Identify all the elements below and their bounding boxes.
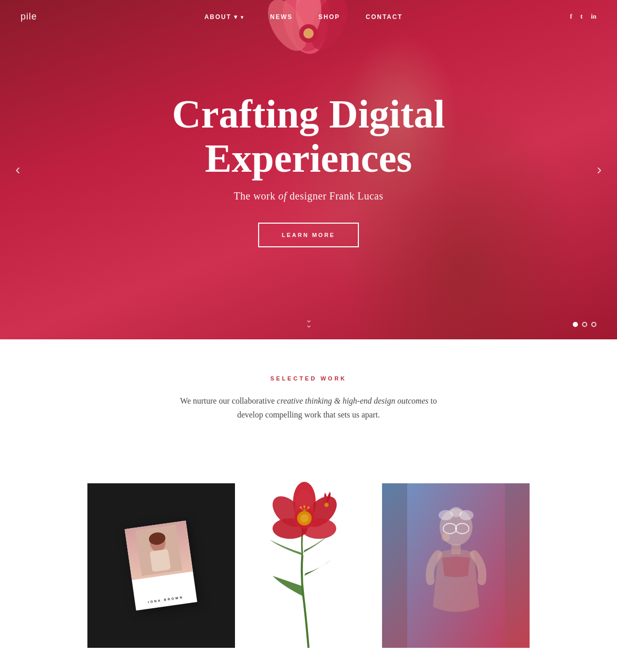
section-description: We nurture our collaborative creative th… <box>175 394 442 422</box>
nav-item-about[interactable]: ABOUT ▾ <box>204 12 244 21</box>
section-label: SELECTED WORK <box>21 375 596 382</box>
book-mockup: IONA BROWN <box>125 521 197 611</box>
nav-link-shop[interactable]: SHOP <box>318 13 340 21</box>
portfolio-item-woman[interactable] <box>382 483 530 648</box>
nav-item-shop[interactable]: SHOP <box>318 12 340 21</box>
svg-point-19 <box>300 514 308 522</box>
svg-point-25 <box>303 505 305 507</box>
hero-title: Crafting Digital Experiences <box>129 92 488 180</box>
desc-italic: creative thinking & high-end design outc… <box>277 396 428 405</box>
book-cover <box>125 521 193 580</box>
facebook-icon[interactable]: f <box>570 12 572 21</box>
nav-link-about[interactable]: ABOUT ▾ <box>204 13 244 21</box>
svg-point-36 <box>442 533 450 541</box>
hero-dot-2[interactable] <box>582 322 587 327</box>
woman-figure <box>382 483 530 648</box>
hero-subtitle-plain: The work <box>234 190 279 202</box>
selected-work-section: SELECTED WORK We nurture our collaborati… <box>0 339 617 668</box>
svg-point-31 <box>459 510 474 520</box>
hero-subtitle: The work of designer Frank Lucas <box>129 190 488 202</box>
nav-item-contact[interactable]: CONTACT <box>366 12 403 21</box>
portfolio-grid: IONA BROWN <box>87 452 530 648</box>
brand-logo[interactable]: pile <box>21 11 37 22</box>
hero-content: Crafting Digital Experiences The work of… <box>118 92 499 248</box>
svg-rect-9 <box>150 549 171 572</box>
hero-prev-button[interactable]: ‹ <box>10 156 25 183</box>
social-links: f t in <box>570 12 596 21</box>
hero-subtitle-italic: of <box>278 190 287 202</box>
hero-dot-3[interactable] <box>591 322 596 327</box>
scroll-indicator[interactable]: ⌄ ⌄ <box>305 316 312 329</box>
svg-point-23 <box>307 506 310 508</box>
learn-more-button[interactable]: LEARN MORE <box>258 223 359 247</box>
nav-link-news[interactable]: NEWS <box>270 13 293 21</box>
nav-links: ABOUT ▾ NEWS SHOP CONTACT <box>204 12 403 21</box>
hero-dots <box>573 322 596 327</box>
portfolio-item-flower[interactable] <box>235 452 383 648</box>
main-nav: pile ABOUT ▾ NEWS SHOP CONTACT f t in <box>0 0 617 33</box>
flower-illustration <box>242 473 375 648</box>
hero-next-button[interactable]: › <box>592 156 607 183</box>
svg-point-26 <box>324 503 329 507</box>
twitter-icon[interactable]: t <box>580 12 583 21</box>
portfolio-item-book[interactable]: IONA BROWN <box>87 483 235 648</box>
hero-dot-1[interactable] <box>573 322 578 327</box>
book-title: IONA BROWN <box>135 594 197 606</box>
desc-plain: We nurture our collaborative <box>180 396 277 405</box>
hero-section: Crafting Digital Experiences The work of… <box>0 0 617 339</box>
svg-point-21 <box>300 506 302 508</box>
nav-link-contact[interactable]: CONTACT <box>366 13 403 21</box>
nav-item-news[interactable]: NEWS <box>270 12 293 21</box>
hero-subtitle-rest: designer Frank Lucas <box>287 190 384 202</box>
instagram-icon[interactable]: in <box>591 12 596 21</box>
